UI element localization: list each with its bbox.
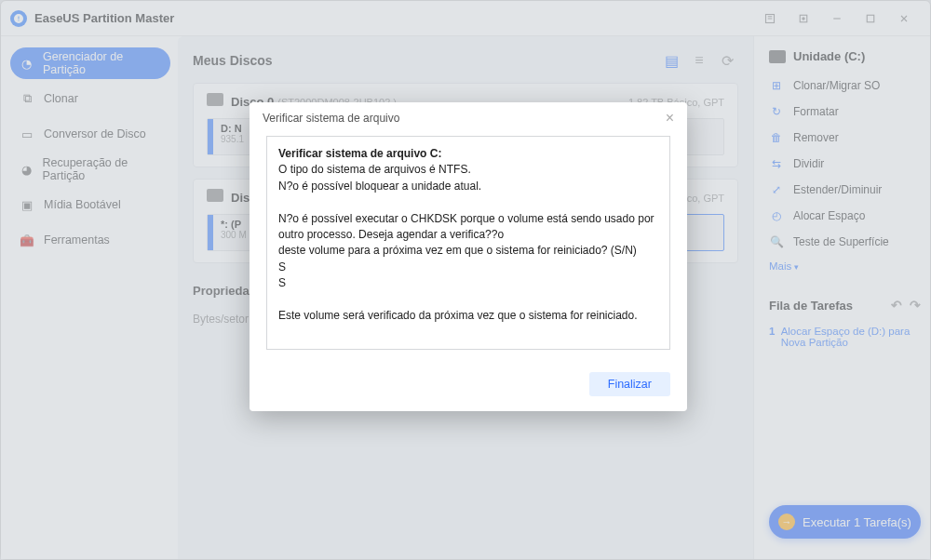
dialog-header: Verificar sistema de arquivo × bbox=[250, 102, 687, 134]
dialog-output-text: Verificar sistema de arquivo C: O tipo d… bbox=[266, 136, 670, 350]
finalize-button[interactable]: Finalizar bbox=[589, 372, 670, 396]
dialog-close-icon[interactable]: × bbox=[666, 110, 674, 127]
dialog-title: Verificar sistema de arquivo bbox=[263, 112, 399, 125]
check-filesystem-dialog: Verificar sistema de arquivo × Verificar… bbox=[250, 102, 687, 411]
